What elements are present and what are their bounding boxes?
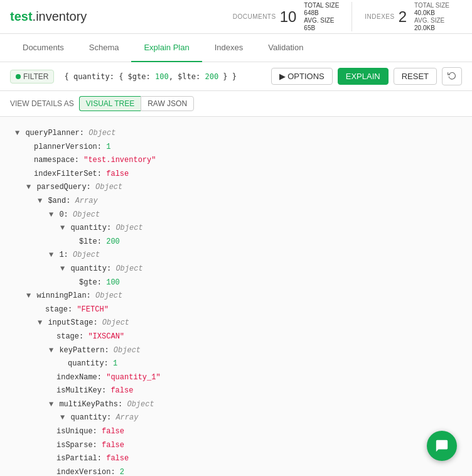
tree-line: indexVersion: 2: [15, 466, 457, 476]
tree-key: isSparse:: [56, 439, 97, 453]
tree-key: indexFilterSet:: [34, 168, 102, 181]
tree-type: Object: [73, 249, 100, 262]
chat-button[interactable]: [427, 431, 457, 461]
history-button[interactable]: [442, 67, 462, 85]
toggle-icon[interactable]: ▼: [60, 262, 69, 276]
tab-indexes[interactable]: Indexes: [202, 34, 256, 62]
tree-content: ▼ queryPlanner: ObjectplannerVersion: 1n…: [0, 117, 472, 476]
tree-line: isPartial: false: [15, 452, 457, 466]
toggle-icon[interactable]: ▼: [49, 249, 58, 262]
tree-val-bool: false: [106, 452, 129, 466]
view-toggle-label: VIEW DETAILS AS: [10, 99, 74, 108]
docs-label: DOCUMENTS: [233, 13, 276, 20]
tab-documents[interactable]: Documents: [10, 34, 77, 62]
tree-node: ▼ queryPlanner: ObjectplannerVersion: 1n…: [15, 127, 457, 476]
tree-line: ▼ 0: Object: [15, 208, 457, 222]
toggle-icon[interactable]: ▼: [15, 127, 24, 141]
tree-type: Object: [88, 127, 115, 141]
tree-val-bool: false: [102, 425, 124, 439]
toggle-icon[interactable]: ▼: [26, 289, 35, 303]
filter-label: FILTER: [23, 72, 48, 81]
tree-key: $and:: [48, 195, 70, 208]
tree-line: ▼ queryPlanner: Object: [15, 127, 457, 141]
tree-line: ▼ quantity: Array: [15, 411, 457, 425]
tree-key: multiKeyPaths:: [59, 398, 122, 412]
visual-label: VISUAL TREE: [86, 99, 134, 108]
tree-key: quantity:: [70, 222, 111, 235]
tree-key: plannerVersion:: [34, 141, 102, 154]
tab-explain-plan[interactable]: Explain Plan: [131, 34, 201, 62]
tree-val-bool: false: [102, 439, 124, 453]
idx-total-size-value: 40.0KB: [414, 9, 449, 16]
tree-line: indexFilterSet: false: [15, 168, 457, 181]
tree-key: $gte:: [79, 276, 102, 290]
avg-size-value: 65B: [304, 24, 339, 31]
tree-val-str: "quantity_1": [106, 371, 160, 385]
tree-line: stage: "FETCH": [15, 303, 457, 317]
tree-key: quantity:: [70, 411, 111, 425]
explain-button[interactable]: EXPLAIN: [338, 68, 389, 85]
toggle-icon[interactable]: ▼: [38, 195, 46, 208]
docs-sub: TOTAL SIZE 648B AVG. SIZE 65B: [304, 2, 339, 31]
filter-badge[interactable]: FILTER: [10, 70, 54, 84]
tree-key: stage:: [56, 330, 83, 344]
tree-line: ▼ quantity: Object: [15, 222, 457, 235]
tree-val-num: 1: [113, 357, 117, 371]
tree-key: $lte:: [79, 235, 102, 249]
tree-val-num: 100: [106, 276, 120, 290]
tree-line: isMultiKey: false: [15, 384, 457, 398]
tree-type: Object: [102, 316, 129, 330]
tree-type: Object: [115, 222, 142, 235]
tree-type: Object: [115, 262, 142, 276]
tree-line: indexName: "quantity_1": [15, 371, 457, 385]
total-size-label: TOTAL SIZE: [304, 2, 339, 9]
tree-key: winningPlan:: [36, 289, 90, 303]
toggle-icon[interactable]: ▼: [38, 316, 46, 330]
tree-key: indexVersion:: [56, 466, 115, 476]
tree-line: plannerVersion: 1: [15, 141, 457, 154]
tree-line: $lte: 200: [15, 235, 457, 249]
tree-line: ▼ keyPattern: Object: [15, 344, 457, 358]
toggle-icon[interactable]: ▼: [60, 411, 69, 425]
toolbar: FILTER { quantity: { $gte: 100, $lte: 20…: [0, 62, 472, 91]
toggle-icon[interactable]: ▼: [49, 398, 58, 412]
tree-type: Object: [114, 344, 141, 358]
idx-avg-size-label: AVG. SIZE: [414, 17, 449, 24]
tree-val-str: "FETCH": [77, 303, 108, 317]
tree-key: parsedQuery:: [36, 181, 90, 195]
tree-val-bool: false: [110, 384, 133, 398]
tab-schema[interactable]: Schema: [77, 34, 132, 62]
toggle-icon[interactable]: ▼: [49, 208, 58, 222]
app-title: test.inventory: [10, 9, 87, 24]
tree-line: ▼ 1: Object: [15, 249, 457, 262]
reset-button[interactable]: RESET: [394, 68, 437, 85]
avg-size-label: AVG. SIZE: [304, 17, 339, 24]
toggle-icon[interactable]: ▼: [60, 222, 69, 235]
tree-key: isPartial:: [56, 452, 102, 466]
tree-type: Object: [73, 208, 100, 222]
idx-total-size-label: TOTAL SIZE: [414, 2, 449, 9]
tab-validation[interactable]: Validation: [255, 34, 316, 62]
tree-key: keyPattern:: [59, 344, 109, 358]
visual-tree-btn[interactable]: VISUAL TREE: [79, 96, 141, 111]
total-size-value: 648B: [304, 9, 339, 16]
raw-json-btn[interactable]: RAW JSON: [141, 96, 194, 111]
tree-key: namespace:: [34, 154, 79, 168]
docs-stat: DOCUMENTS 10 TOTAL SIZE 648B AVG. SIZE 6…: [220, 2, 353, 31]
tree-key: quantity:: [68, 357, 109, 371]
title-prefix: test: [10, 9, 33, 23]
tree-type: Object: [95, 289, 122, 303]
toggle-icon[interactable]: ▼: [26, 181, 35, 195]
idx-avg-size-value: 20.0KB: [414, 24, 449, 31]
tree-val-str: "IXSCAN": [88, 330, 124, 344]
options-button[interactable]: ▶ OPTIONS: [271, 68, 333, 85]
tree-val-str: "test.inventory": [83, 154, 156, 168]
tree-line: $gte: 100: [15, 276, 457, 290]
raw-json-label: RAW JSON: [148, 99, 187, 108]
tree-val-num: 2: [120, 466, 124, 476]
toggle-icon[interactable]: ▼: [49, 344, 58, 358]
tree-key: inputStage:: [48, 316, 97, 330]
indexes-sub: TOTAL SIZE 40.0KB AVG. SIZE 20.0KB: [414, 2, 449, 31]
tree-line: ▼ winningPlan: Object: [15, 289, 457, 303]
indexes-value: 2: [399, 8, 407, 26]
